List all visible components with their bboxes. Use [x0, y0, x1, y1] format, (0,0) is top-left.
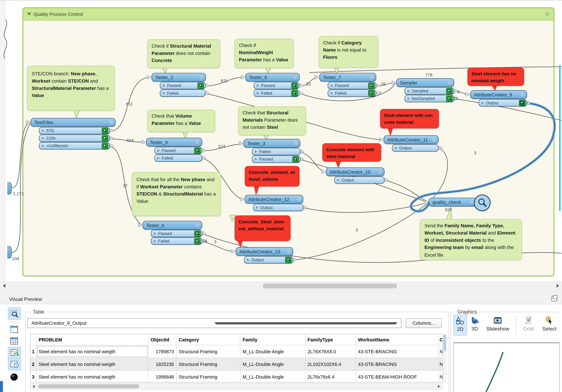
inspect-magnifier-icon[interactable]	[198, 82, 204, 89]
port-failed[interactable]: Failed	[328, 90, 376, 97]
inspect-magnifier-icon[interactable]	[368, 82, 375, 89]
cell-worksetname[interactable]: 43-STE-BEAM-HIGH ROOF	[356, 371, 439, 382]
port-passed[interactable]: Passed	[252, 156, 300, 163]
output-port-arrow[interactable]	[293, 258, 297, 262]
offscreen-node-stub[interactable]	[7, 182, 12, 195]
cell-category[interactable]: Structural Framing	[176, 345, 240, 357]
cell-objectid[interactable]: 1956848	[148, 371, 176, 382]
graphics-slideshow-button[interactable]: Slideshow	[482, 315, 513, 336]
output-port-arrow[interactable]	[202, 156, 206, 160]
cell-objectid[interactable]: 1789873	[148, 345, 176, 357]
port-failed[interactable]: Failed	[151, 237, 202, 245]
annotation-concrete-without-volume[interactable]: Concrete_element_without_volume	[245, 166, 300, 186]
cell-worksetname[interactable]: 43-STE-BRACING	[356, 358, 439, 370]
port-ste[interactable]: STE	[39, 127, 110, 134]
annotation-check-concrete[interactable]: Check if Structural Material Parameter d…	[147, 39, 220, 68]
toolbar-auto-refresh-icon[interactable]	[8, 347, 21, 359]
annotation-send-email[interactable]: Send the Family Name, Family Type, Works…	[420, 219, 522, 260]
port-failed[interactable]: Failed	[252, 148, 300, 155]
port-failed[interactable]: Failed	[254, 90, 299, 97]
column-header-category[interactable]: Category	[176, 334, 240, 345]
output-port-arrow[interactable]	[206, 91, 209, 95]
port-passed[interactable]: Passed	[328, 82, 376, 89]
inspect-magnifier-icon[interactable]	[519, 100, 526, 106]
transformer-quality-check[interactable]: quality_check ⚙	[429, 198, 477, 206]
inspect-magnifier-icon[interactable]	[368, 90, 375, 96]
workflow-canvas[interactable]: Quality Process Control ⚙	[0, 0, 562, 289]
input-port-arrow[interactable]	[322, 170, 326, 174]
output-port-arrow[interactable]	[202, 231, 206, 236]
cell-category[interactable]: Structural Framing	[176, 358, 240, 370]
input-port-arrow[interactable]	[240, 197, 244, 201]
annotation-concrete-with-steel[interactable]: Concrete element with steel material	[322, 143, 381, 162]
port-con[interactable]: CON	[39, 135, 110, 142]
transformer-tester-8[interactable]: Tester_8 ⚙ Passed Failed	[142, 221, 202, 245]
annotation-steel-with-concrete[interactable]: Steel element with concrete material	[380, 109, 439, 128]
annotation-check-steel[interactable]: Check that Structural Materials Paramete…	[238, 106, 306, 135]
preview-data-table[interactable]: PROBLEM ObjectId Category Family FamilyT…	[30, 334, 443, 382]
cell-objectid[interactable]: 1825235	[148, 358, 176, 370]
gear-icon[interactable]: ⚙	[520, 92, 525, 97]
gear-icon[interactable]: ⚙	[369, 75, 374, 80]
inspect-magnifier-icon[interactable]	[194, 231, 201, 237]
table-row[interactable]: 1 Steel element has no nominal weigth 17…	[30, 345, 443, 358]
graphics-3d-button[interactable]: 3D	[468, 315, 481, 336]
output-port-arrow[interactable]	[304, 205, 307, 210]
annotation-check-newphase[interactable]: Check that for all the New phase and if …	[132, 172, 221, 216]
output-port-arrow[interactable]	[439, 146, 443, 150]
scroll-right-arrow-icon[interactable]	[557, 284, 559, 288]
transformer-attributecreator-13[interactable]: AttributeCreator_13 ⚙ Output	[236, 247, 293, 264]
port-output[interactable]: Output	[253, 204, 303, 211]
inspect-magnifier-icon[interactable]	[446, 95, 453, 102]
port-output[interactable]: Output	[392, 144, 439, 152]
table-horizontal-scrollbar[interactable]	[30, 383, 443, 390]
cell-problem[interactable]: Steel element has no nominal weigth	[36, 345, 148, 357]
cell-category[interactable]: Structural Framing	[176, 371, 240, 382]
input-port-arrow[interactable]	[315, 75, 319, 79]
output-port-arrow[interactable]	[202, 148, 206, 153]
table-row[interactable]: 3 Steel element has no nominal weigth 19…	[30, 371, 443, 382]
transformer-tester-9[interactable]: Tester_9 ⚙ Passed Failed	[146, 138, 202, 161]
transformer-tester-2[interactable]: Tester_2 ⚙ Passed Failed	[152, 73, 206, 97]
input-port-arrow[interactable]	[392, 81, 396, 85]
inspect-magnifier-icon[interactable]	[292, 156, 299, 162]
inspect-magnifier-icon[interactable]	[285, 257, 292, 263]
input-port-arrow[interactable]	[239, 141, 243, 145]
output-port-arrow[interactable]	[301, 149, 304, 154]
inspect-magnifier-icon[interactable]	[102, 135, 108, 141]
inspect-magnifier-badge-icon[interactable]	[474, 195, 491, 211]
port-output[interactable]: Output	[334, 176, 385, 184]
scroll-left-arrow-icon[interactable]	[3, 284, 5, 288]
port-passed[interactable]: Passed	[160, 82, 205, 89]
scrollbar-thumb[interactable]	[38, 384, 139, 388]
annotation-concrete-steel-without-material[interactable]: Concrete_Steel_element_without_material	[235, 215, 291, 241]
table-vertical-scrollbar[interactable]	[443, 334, 447, 382]
cell-worksetname[interactable]: 43-STE-BRACING	[356, 345, 439, 357]
transformer-attributecreator-12[interactable]: AttributeCreator_12 ⚙ Output	[245, 195, 303, 211]
annotation-check-category[interactable]: Check if Category Name is not equal to F…	[319, 36, 378, 68]
output-port-arrow[interactable]	[300, 91, 303, 95]
gear-icon[interactable]: ⚙	[432, 137, 436, 142]
output-port-arrow[interactable]	[385, 178, 388, 182]
output-port-arrow[interactable]	[376, 83, 380, 88]
toolbar-background-color-icon[interactable]	[8, 371, 20, 383]
transformer-tester-3[interactable]: Tester_3 ⚙ Failed Passed	[244, 139, 300, 163]
panel-splitter[interactable]	[0, 289, 562, 294]
cell-familytype[interactable]: 2L76X76X8.0	[305, 345, 356, 357]
output-port-arrow[interactable]	[110, 136, 114, 140]
port-passed[interactable]: Passed	[151, 230, 202, 237]
float-panel-icon[interactable]	[551, 297, 557, 301]
inspect-magnifier-icon[interactable]	[446, 88, 453, 94]
annotation-steel-no-nominal-weight[interactable]: Steel element has no nominal weigth	[467, 68, 524, 86]
cell-clipped[interactable]: N	[439, 371, 443, 382]
gear-icon[interactable]: ⚙	[286, 249, 291, 254]
cell-family[interactable]: M_LL-Double Angle	[240, 345, 305, 357]
graphics-select-button[interactable]: i Select	[539, 315, 560, 336]
scroll-right-arrow-icon[interactable]	[438, 385, 440, 388]
column-header-objectid[interactable]: ObjectId	[148, 334, 176, 345]
output-port-arrow[interactable]	[110, 128, 114, 133]
output-port-arrow[interactable]	[206, 83, 209, 88]
input-port-arrow[interactable]	[466, 92, 470, 97]
gear-icon[interactable]: ⚙	[199, 75, 203, 80]
scrollbar-thumb[interactable]	[443, 334, 446, 351]
